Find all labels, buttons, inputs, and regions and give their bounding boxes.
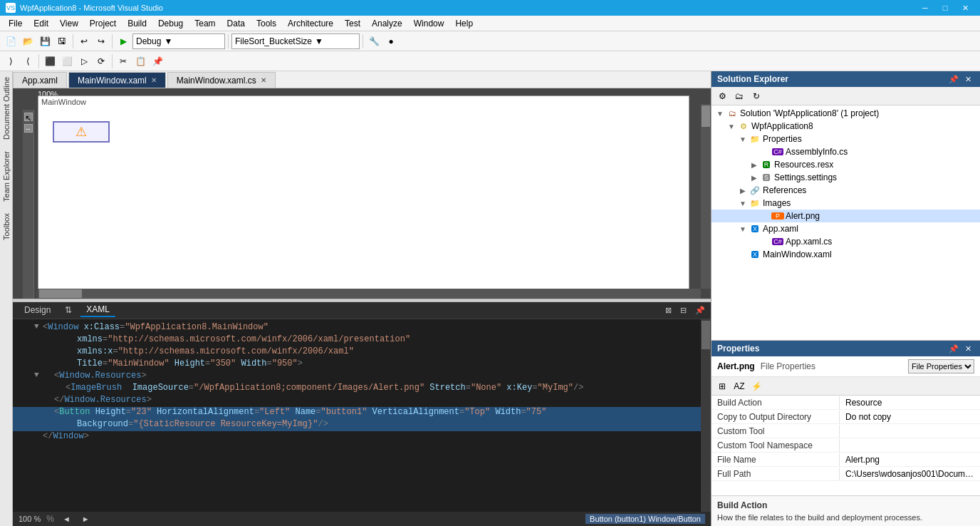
design-scroll-thumb-v[interactable]: [702, 105, 710, 127]
tree-exp-resources[interactable]: ▶: [749, 161, 760, 169]
bottom-tab-design[interactable]: Button (button1) Window/Button: [585, 514, 705, 524]
tree-mainwindow-xaml[interactable]: X MainWindow.xaml: [711, 248, 980, 261]
xaml-swap-icon[interactable]: ⇅: [62, 304, 75, 316]
sep3: [228, 34, 229, 48]
new-project-button[interactable]: 📄: [3, 33, 19, 49]
save-all-button[interactable]: 🖫: [54, 33, 70, 49]
breakpoints-button[interactable]: ●: [383, 33, 399, 49]
menu-data[interactable]: Data: [221, 16, 251, 31]
menu-debug[interactable]: Debug: [152, 16, 189, 31]
props-desc-text: How the file relates to the build and de…: [717, 513, 974, 522]
menu-file[interactable]: File: [3, 16, 28, 31]
minimize-button[interactable]: ─: [916, 1, 934, 14]
properties-type-dropdown[interactable]: File Properties: [908, 359, 974, 373]
xaml-scrollbar-v[interactable]: [701, 319, 711, 512]
design-pane[interactable]: 100% ↖ ↔ MainWindow ⚠: [13, 88, 711, 299]
tree-app-xaml[interactable]: ▼ X App.xaml: [711, 222, 980, 235]
tree-alert-png[interactable]: P Alert.png: [711, 210, 980, 222]
props-sort-az-button[interactable]: AZ: [731, 378, 747, 394]
tree-settings[interactable]: ▶ S Settings.settings: [711, 171, 980, 184]
tb2-btn9[interactable]: 📌: [150, 53, 165, 69]
tree-app-xaml-cs[interactable]: C# App.xaml.cs: [711, 235, 980, 248]
menu-build[interactable]: Build: [122, 16, 152, 31]
properties-pin-button[interactable]: 📌: [947, 342, 960, 355]
tab-mainwindow-xaml-cs[interactable]: MainWindow.xaml.cs ✕: [167, 72, 276, 88]
maximize-button[interactable]: □: [936, 1, 954, 14]
tab-app-xaml[interactable]: App.xaml: [13, 72, 67, 88]
tree-references[interactable]: ▶ 🔗 References: [711, 184, 980, 197]
design-button[interactable]: ⚠: [53, 121, 110, 143]
se-properties-button[interactable]: ⚙: [714, 88, 730, 104]
props-sort-cat-button[interactable]: ⊞: [714, 378, 730, 394]
tab-mainwindow-close[interactable]: ✕: [151, 76, 157, 84]
zoom-down-button[interactable]: ◄: [60, 514, 73, 524]
tab-xaml[interactable]: XAML: [80, 303, 115, 317]
xaml-expand-icon[interactable]: ⊠: [665, 306, 672, 315]
design-scrollbar-h[interactable]: [38, 289, 701, 299]
project-dropdown[interactable]: FileSort_BucketSize ▼: [231, 33, 360, 49]
design-left-ruler: ↖ ↔: [23, 110, 34, 299]
xaml-pin-icon[interactable]: 📌: [695, 306, 705, 315]
tb2-btn5[interactable]: ▷: [76, 53, 92, 69]
tree-assemblyinfo[interactable]: C# AssemblyInfo.cs: [711, 145, 980, 158]
config-dropdown[interactable]: Debug ▼: [132, 33, 225, 49]
tree-exp-references[interactable]: ▶: [737, 187, 749, 195]
menu-tools[interactable]: Tools: [251, 16, 282, 31]
menu-window[interactable]: Window: [408, 16, 450, 31]
redo-button[interactable]: ↪: [93, 33, 109, 49]
open-button[interactable]: 📂: [20, 33, 36, 49]
tb2-btn6[interactable]: ⟳: [93, 53, 109, 69]
tb2-btn7[interactable]: ✂: [115, 53, 131, 69]
menu-team[interactable]: Team: [189, 16, 221, 31]
tb2-btn8[interactable]: 📋: [132, 53, 148, 69]
tb2-btn2[interactable]: ⟨: [20, 53, 36, 69]
tree-project[interactable]: ▼ ⚙ WpfApplication8: [711, 120, 980, 133]
tree-references-label: References: [763, 185, 806, 195]
attach-button[interactable]: 🔧: [366, 33, 382, 49]
tab-mainwindow-cs-close[interactable]: ✕: [261, 76, 266, 84]
design-scrollbar-v[interactable]: [701, 104, 711, 289]
tree-exp-settings[interactable]: ▶: [749, 174, 760, 182]
pin-button[interactable]: 📌: [947, 73, 960, 86]
close-button[interactable]: ✕: [956, 1, 974, 14]
tree-app-xaml-label: App.xaml: [763, 224, 798, 234]
tree-exp-images[interactable]: ▼: [737, 200, 749, 207]
xaml-scroll-thumb[interactable]: [702, 321, 710, 349]
menu-edit[interactable]: Edit: [28, 16, 54, 31]
menu-view[interactable]: View: [54, 16, 84, 31]
tree-exp-solution[interactable]: ▼: [714, 110, 726, 118]
sidebar-team-explorer[interactable]: Team Explorer: [1, 145, 12, 207]
tree-solution[interactable]: ▼ 🗂 Solution 'WpfApplication8' (1 projec…: [711, 107, 980, 120]
save-button[interactable]: 💾: [37, 33, 53, 49]
menu-architecture[interactable]: Architecture: [282, 16, 339, 31]
tab-design[interactable]: Design: [19, 304, 56, 316]
menu-test[interactable]: Test: [339, 16, 366, 31]
zoom-up-button[interactable]: ►: [79, 514, 93, 524]
sidebar-toolbox[interactable]: Toolbox: [1, 207, 12, 246]
menu-help[interactable]: Help: [449, 16, 479, 31]
se-show-all-button[interactable]: 🗂: [731, 88, 747, 104]
xaml-collapse-icon[interactable]: ⊟: [680, 306, 687, 315]
properties-controls: 📌 ✕: [947, 342, 974, 355]
sidebar-document-outline[interactable]: Document Outline: [1, 71, 12, 145]
tree-resources[interactable]: ▶ R Resources.resx: [711, 158, 980, 171]
tree-exp-project[interactable]: ▼: [726, 123, 737, 130]
tb2-btn1[interactable]: ⟩: [3, 53, 19, 69]
close-panel-button[interactable]: ✕: [961, 73, 974, 86]
properties-close-button[interactable]: ✕: [961, 342, 974, 355]
tree-properties-folder[interactable]: ▼ 📁 Properties: [711, 133, 980, 145]
menu-analyze[interactable]: Analyze: [366, 16, 408, 31]
tab-mainwindow-xaml[interactable]: MainWindow.xaml ✕: [68, 72, 166, 88]
se-refresh-button[interactable]: ↻: [749, 88, 764, 104]
tb2-btn4[interactable]: ⬜: [59, 53, 75, 69]
settings-icon: S: [760, 172, 773, 183]
tree-images-folder[interactable]: ▼ 📁 Images: [711, 197, 980, 210]
tree-exp-properties[interactable]: ▼: [737, 135, 749, 143]
props-events-button[interactable]: ⚡: [749, 378, 764, 394]
menu-project[interactable]: Project: [84, 16, 122, 31]
undo-button[interactable]: ↩: [76, 33, 92, 49]
run-button[interactable]: ▶: [115, 33, 131, 49]
tb2-btn3[interactable]: ⬛: [42, 53, 58, 69]
tree-exp-app-xaml[interactable]: ▼: [737, 225, 749, 233]
design-scroll-thumb-h[interactable]: [39, 289, 82, 298]
